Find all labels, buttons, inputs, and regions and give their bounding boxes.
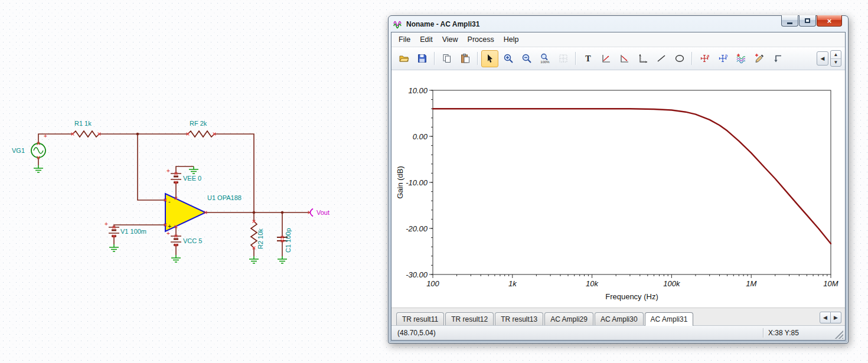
schematic-canvas[interactable]: + + + + - + [11, 107, 383, 302]
svg-text:Frequency (Hz): Frequency (Hz) [605, 292, 658, 301]
corner-arrow-button[interactable] [769, 50, 786, 67]
noninverting-input-sign: + [168, 223, 171, 230]
open-button[interactable] [395, 50, 412, 67]
pen-tool-button[interactable] [750, 50, 768, 67]
wires [38, 134, 309, 256]
gain-frequency-chart[interactable]: 10.000.00-10.00-20.00-30.001001k10k100k1… [394, 76, 843, 308]
right-arrow-icon: ▶ [834, 315, 838, 321]
zoom-100-button[interactable]: 100% [536, 50, 553, 67]
menu-edit[interactable]: Edit [415, 34, 438, 45]
left-arrow-icon: ◀ [821, 55, 825, 61]
svg-text:a: a [707, 53, 709, 58]
toolbar-spinner: ▲ ▼ [830, 50, 841, 67]
tab-scroll-right-button[interactable]: ▶ [831, 312, 841, 323]
tab-ac-ampli29[interactable]: AC Ampli29 [544, 312, 593, 325]
draw-tool-1-button[interactable] [598, 50, 615, 67]
paste-icon [460, 53, 471, 64]
text-tool-button[interactable]: T [579, 50, 596, 67]
tab-tr-result11[interactable]: TR result11 [396, 312, 444, 325]
titlebar[interactable]: Noname - AC Ampli31 × [391, 16, 846, 32]
vee-plus-mark: + [167, 168, 170, 174]
result-tabs: TR result11 TR result12 TR result13 AC A… [391, 308, 845, 325]
svg-text:T: T [585, 54, 591, 63]
tab-scroll-left-button[interactable]: ◀ [820, 312, 831, 323]
zoom-in-button[interactable] [500, 50, 517, 67]
a-marker-button[interactable]: a [696, 50, 713, 67]
svg-text:1k: 1k [508, 279, 517, 288]
status-bar: (48.70,5.04) X:38 Y:85 [391, 325, 845, 340]
toolbar-separator [434, 52, 435, 65]
voltage-generator-vg1[interactable]: + [31, 133, 47, 158]
cursor-arrow-icon [485, 53, 495, 64]
vcc-label: VCC 5 [183, 237, 202, 244]
corner-arrow-icon [772, 53, 783, 64]
b-marker-icon: b [717, 53, 728, 64]
vg1-plus-mark: + [44, 133, 47, 139]
select-arrow-button[interactable] [481, 50, 498, 67]
draw-tool-2-button[interactable] [616, 50, 633, 67]
menu-process[interactable]: Process [463, 34, 499, 45]
add-curve-button[interactable] [732, 50, 749, 67]
copy-button[interactable] [438, 50, 455, 67]
menu-view[interactable]: View [438, 34, 463, 45]
svg-text:1M: 1M [746, 279, 756, 288]
menu-help[interactable]: Help [499, 34, 524, 45]
junction-dots [136, 133, 284, 214]
zoom-100-icon: 100% [540, 53, 550, 64]
toolbar-separator [691, 52, 692, 65]
rf-label: RF 2k [190, 120, 207, 127]
diagram-window: Noname - AC Ampli31 × File Edit View Pro… [388, 15, 849, 344]
tab-scroll-buttons: ◀ ▶ [820, 312, 841, 323]
scroll-left-button[interactable]: ◀ [817, 51, 828, 66]
spin-up-button[interactable]: ▲ [831, 51, 841, 59]
r2-label: R2 10k [257, 228, 264, 249]
tab-ac-ampli31[interactable]: AC Ampli31 [645, 312, 694, 326]
u1-label: U1 OPA188 [207, 194, 242, 201]
battery-v1[interactable] [109, 227, 119, 236]
tab-tr-result12[interactable]: TR result12 [445, 312, 494, 325]
v1-plus-mark: + [105, 221, 108, 227]
pen-icon [754, 53, 765, 64]
close-button[interactable]: × [817, 15, 842, 27]
opamp-u1[interactable]: - + [165, 194, 205, 231]
zoom-out-button[interactable] [518, 50, 535, 67]
minimize-button[interactable] [781, 15, 798, 27]
svg-text:-10.00: -10.00 [406, 178, 428, 187]
line-tool-button[interactable] [652, 50, 670, 67]
resize-grip[interactable] [834, 330, 843, 339]
svg-text:100%: 100% [540, 60, 550, 64]
tab-tr-result13[interactable]: TR result13 [495, 312, 543, 325]
r1-label: R1 1k [74, 120, 92, 127]
resistor-rf[interactable] [188, 131, 214, 137]
save-button[interactable] [413, 50, 430, 67]
pointer-position: X:38 Y:85 [763, 328, 834, 338]
resistor-r1[interactable] [73, 131, 99, 137]
resistor-r2[interactable] [251, 221, 257, 248]
axis-settings-button[interactable] [634, 50, 651, 67]
c1-label: C1 100p [285, 228, 292, 253]
tab-ac-ampli30[interactable]: AC Ampli30 [595, 312, 644, 325]
draw-tool-2-icon [619, 53, 630, 64]
toolbar-nav: ◀ ▲ ▼ [817, 50, 841, 67]
cursor-coordinates: (48.70,5.04) [393, 328, 763, 338]
pin-cross-marks [37, 133, 311, 250]
ground-symbols [34, 165, 287, 263]
menubar: File Edit View Process Help [391, 32, 845, 47]
restore-icon [805, 18, 810, 23]
battery-vcc[interactable] [171, 236, 181, 245]
up-arrow-icon: ▲ [834, 52, 838, 57]
b-marker-button[interactable]: b [714, 50, 731, 67]
left-arrow-icon: ◀ [823, 315, 827, 321]
svg-text:b: b [725, 53, 727, 58]
toolbar: 100% T [391, 47, 845, 70]
paste-button[interactable] [456, 50, 474, 67]
menu-file[interactable]: File [394, 34, 415, 45]
spin-down-button[interactable]: ▼ [831, 59, 841, 67]
v1-label: V1 100m [120, 228, 146, 235]
ellipse-tool-button[interactable] [671, 50, 688, 67]
chart-canvas[interactable]: 10.000.00-10.00-20.00-30.001001k10k100k1… [391, 70, 845, 308]
grid-button[interactable] [554, 50, 572, 67]
maximize-button[interactable] [799, 15, 816, 27]
battery-vee[interactable] [171, 174, 181, 182]
a-marker-icon: a [699, 53, 710, 64]
